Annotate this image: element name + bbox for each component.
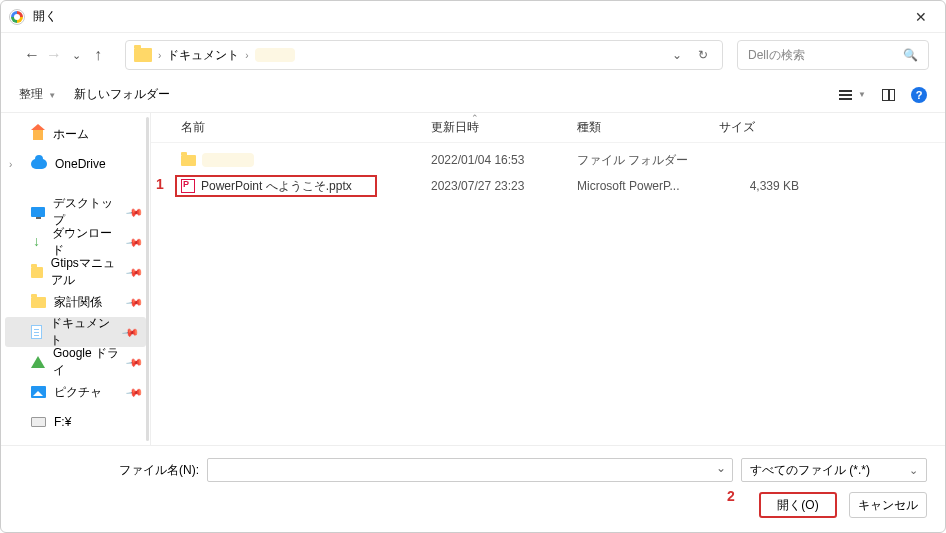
- column-date[interactable]: 更新日時: [431, 119, 577, 136]
- refresh-icon[interactable]: ↻: [698, 48, 708, 62]
- sort-indicator-icon: ⌃: [471, 113, 479, 123]
- row-date: 2023/07/27 23:23: [431, 179, 577, 193]
- titlebar: 開く ✕: [1, 1, 945, 33]
- file-row[interactable]: 2022/01/04 16:53 ファイル フォルダー: [151, 147, 945, 173]
- google-drive-icon: [31, 356, 45, 368]
- breadcrumb-dropdown-icon[interactable]: ⌄: [672, 48, 682, 62]
- dialog-title: 開く: [33, 8, 57, 25]
- toolbar: 整理 ▼ 新しいフォルダー ▼ ?: [1, 77, 945, 113]
- pin-icon: 📌: [125, 353, 144, 372]
- filename-label: ファイル名(N):: [19, 462, 199, 479]
- pin-icon: 📌: [125, 263, 144, 282]
- folder-icon: [181, 155, 196, 166]
- breadcrumb-actions: ⌄ ↻: [672, 48, 714, 62]
- breadcrumb-redacted: [255, 48, 295, 62]
- help-icon[interactable]: ?: [911, 87, 927, 103]
- drive-icon: [31, 417, 46, 427]
- row-size: 4,339 KB: [719, 179, 819, 193]
- chrome-icon: [9, 9, 25, 25]
- column-headers: ⌃ 名前 更新日時 種類 サイズ: [151, 113, 945, 143]
- nav-bar: ← → ⌄ ↑ › ドキュメント › ⌄ ↻ Dellの検索 🔍: [1, 33, 945, 77]
- sidebar-item-home[interactable]: ホーム: [1, 119, 150, 149]
- sidebar-item-onedrive[interactable]: › OneDrive: [1, 149, 150, 179]
- nav-up-button[interactable]: ↑: [89, 46, 107, 64]
- crumb-separator: ›: [245, 50, 248, 61]
- nav-back-button[interactable]: ←: [23, 46, 41, 64]
- folder-icon: [31, 297, 46, 308]
- nav-forward-button[interactable]: →: [45, 46, 63, 64]
- sidebar-item-downloads[interactable]: ダウンロード 📌: [1, 227, 150, 257]
- breadcrumb-item[interactable]: ドキュメント: [167, 47, 239, 64]
- pin-icon: 📌: [121, 323, 140, 342]
- footer: ファイル名(N): すべてのファイル (*.*) ⌄ 開く(O) キャンセル: [1, 445, 945, 532]
- open-button[interactable]: 開く(O): [759, 492, 837, 518]
- sidebar-item-googledrive[interactable]: Google ドライ 📌: [1, 347, 150, 377]
- sidebar-scrollbar[interactable]: [146, 117, 149, 441]
- list-view-icon: [839, 90, 852, 100]
- cancel-button[interactable]: キャンセル: [849, 492, 927, 518]
- sidebar-item-documents[interactable]: ドキュメント 📌: [5, 317, 146, 347]
- preview-pane-icon[interactable]: [882, 89, 895, 101]
- folder-icon: [134, 48, 152, 62]
- breadcrumb-bar[interactable]: › ドキュメント › ⌄ ↻: [125, 40, 723, 70]
- dialog-body: ホーム › OneDrive デスクトップ 📌 ダウンロード 📌 Gtipsマニ…: [1, 113, 945, 445]
- sidebar-item-kakei[interactable]: 家計関係 📌: [1, 287, 150, 317]
- file-row[interactable]: PowerPoint へようこそ.pptx 2023/07/27 23:23 M…: [151, 173, 945, 199]
- row-filename: PowerPoint へようこそ.pptx: [201, 178, 352, 195]
- search-icon: 🔍: [903, 48, 918, 62]
- download-icon: [31, 235, 44, 249]
- pictures-icon: [31, 386, 46, 398]
- home-icon: [31, 128, 45, 140]
- file-list-panel: ⌃ 名前 更新日時 種類 サイズ 2022/01/04 16:53 ファイル フ…: [151, 113, 945, 445]
- view-mode-button[interactable]: ▼: [839, 90, 866, 100]
- sidebar: ホーム › OneDrive デスクトップ 📌 ダウンロード 📌 Gtipsマニ…: [1, 113, 151, 445]
- close-button[interactable]: ✕: [905, 5, 937, 29]
- organize-button[interactable]: 整理 ▼: [19, 86, 56, 103]
- row-type: Microsoft PowerP...: [577, 179, 719, 193]
- sidebar-item-gtips[interactable]: Gtipsマニュアル 📌: [1, 257, 150, 287]
- row-type: ファイル フォルダー: [577, 152, 719, 169]
- folder-icon: [31, 267, 43, 278]
- pin-icon: 📌: [125, 383, 144, 402]
- desktop-icon: [31, 207, 45, 217]
- search-box[interactable]: Dellの検索 🔍: [737, 40, 929, 70]
- pin-icon: 📌: [125, 293, 144, 312]
- new-folder-button[interactable]: 新しいフォルダー: [74, 86, 170, 103]
- nav-recent-button[interactable]: ⌄: [67, 49, 85, 62]
- file-rows: 2022/01/04 16:53 ファイル フォルダー PowerPoint へ…: [151, 143, 945, 445]
- pin-icon: 📌: [125, 233, 144, 252]
- search-placeholder: Dellの検索: [748, 47, 805, 64]
- column-size[interactable]: サイズ: [719, 119, 819, 136]
- chevron-down-icon: ⌄: [909, 464, 918, 477]
- file-type-filter[interactable]: すべてのファイル (*.*) ⌄: [741, 458, 927, 482]
- column-name[interactable]: 名前: [181, 119, 431, 136]
- filename-input[interactable]: [207, 458, 733, 482]
- pin-icon: 📌: [125, 203, 144, 222]
- powerpoint-file-icon: [181, 179, 195, 193]
- crumb-separator: ›: [158, 50, 161, 61]
- sidebar-item-drive-f[interactable]: F:¥: [1, 407, 150, 437]
- sidebar-item-desktop[interactable]: デスクトップ 📌: [1, 197, 150, 227]
- chevron-right-icon[interactable]: ›: [9, 159, 12, 170]
- onedrive-icon: [31, 159, 47, 169]
- row-date: 2022/01/04 16:53: [431, 153, 577, 167]
- redacted-name: [202, 153, 254, 167]
- column-type[interactable]: 種類: [577, 119, 719, 136]
- sidebar-item-pictures[interactable]: ピクチャ 📌: [1, 377, 150, 407]
- file-open-dialog: 開く ✕ ← → ⌄ ↑ › ドキュメント › ⌄ ↻ Dellの検索 🔍 整理…: [0, 0, 946, 533]
- document-icon: [31, 325, 42, 339]
